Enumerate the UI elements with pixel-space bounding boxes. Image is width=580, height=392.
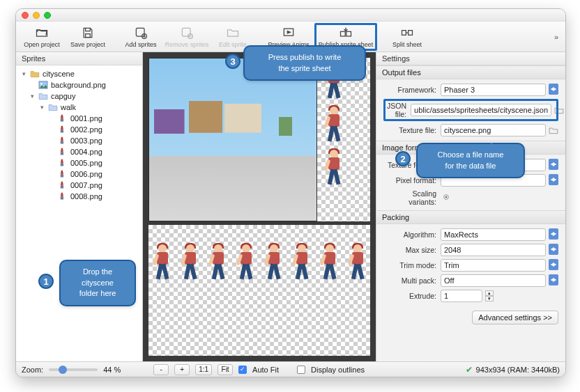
publish-icon xyxy=(339,26,353,40)
svg-rect-23 xyxy=(61,148,63,150)
split-sheet-button[interactable]: Split sheet xyxy=(384,23,430,51)
svg-rect-14 xyxy=(62,119,63,122)
sprites-panel-title: Sprites xyxy=(16,52,142,65)
save-icon xyxy=(81,26,95,40)
edit-sprite-icon xyxy=(226,26,240,40)
close-window-button[interactable] xyxy=(22,12,29,19)
callout-3: Press publish to write the sprite sheet xyxy=(243,45,366,81)
tree-frame[interactable]: 0007.png xyxy=(70,181,102,189)
svg-rect-32 xyxy=(61,172,63,175)
svg-rect-40 xyxy=(61,194,63,197)
multi-pack-select[interactable]: Off xyxy=(441,274,546,287)
svg-rect-12 xyxy=(61,116,63,119)
svg-rect-35 xyxy=(61,182,63,183)
save-project-button[interactable]: Save project xyxy=(65,23,111,51)
svg-rect-25 xyxy=(61,152,62,155)
browse-folder-icon[interactable] xyxy=(554,106,564,114)
display-outlines-label: Display outlines xyxy=(311,366,365,374)
extrude-field[interactable]: 1 xyxy=(441,290,482,302)
max-size-select[interactable]: 2048 xyxy=(441,244,546,256)
minimize-window-button[interactable] xyxy=(33,12,40,19)
zoom-in-button[interactable]: + xyxy=(174,364,190,375)
svg-rect-42 xyxy=(62,197,63,200)
chevron-updown-icon[interactable] xyxy=(549,174,558,185)
svg-rect-30 xyxy=(62,164,63,166)
tree-frame[interactable]: 0008.png xyxy=(70,192,102,201)
tree-folder-cityscene[interactable]: cityscene xyxy=(43,70,75,78)
tree-file-background[interactable]: background.png xyxy=(51,81,106,89)
preview-canvas[interactable] xyxy=(143,52,376,361)
chevron-updown-icon[interactable] xyxy=(549,228,558,240)
svg-rect-27 xyxy=(61,159,63,161)
svg-rect-26 xyxy=(62,152,63,155)
tree-frame[interactable]: 0001.png xyxy=(70,114,102,123)
svg-rect-20 xyxy=(61,139,63,141)
svg-point-10 xyxy=(40,83,43,85)
status-ok-icon: ✔ xyxy=(466,365,473,375)
algorithm-select[interactable]: MaxRects xyxy=(441,228,546,241)
sprite-frame-icon xyxy=(58,159,68,167)
svg-rect-11 xyxy=(61,115,63,116)
open-project-button[interactable]: Open project xyxy=(19,23,65,51)
zoom-label: Zoom: xyxy=(22,366,43,374)
svg-rect-19 xyxy=(61,137,63,139)
svg-rect-41 xyxy=(61,197,62,200)
tree-frame[interactable]: 0002.png xyxy=(70,125,102,134)
svg-rect-7 xyxy=(402,30,406,35)
sprite-tree[interactable]: ▾ cityscene background.png ▾ capguy ▾ wa… xyxy=(16,65,142,361)
extrude-stepper[interactable]: ▴▾ xyxy=(485,290,494,301)
svg-rect-8 xyxy=(409,30,413,35)
auto-fit-label: Auto Fit xyxy=(252,366,279,374)
callout-1: Drop the cityscene folder here xyxy=(59,260,136,306)
sprite-frame-icon xyxy=(58,114,68,123)
tree-frame[interactable]: 0003.png xyxy=(70,136,102,145)
zoom-slider[interactable] xyxy=(49,368,98,371)
svg-rect-16 xyxy=(61,127,63,130)
chevron-updown-icon[interactable] xyxy=(549,159,558,170)
svg-rect-18 xyxy=(62,130,63,133)
sprite-frame-icon xyxy=(58,125,68,134)
display-outlines-checkbox[interactable] xyxy=(297,366,305,374)
add-sprites-button[interactable]: Add sprites xyxy=(118,23,164,51)
chevron-updown-icon[interactable] xyxy=(549,259,558,270)
trim-mode-select[interactable]: Trim xyxy=(441,259,546,272)
svg-rect-15 xyxy=(61,126,63,127)
zoom-out-button[interactable]: - xyxy=(153,364,169,375)
zoom-1to1-button[interactable]: 1:1 xyxy=(195,364,212,375)
folder-icon xyxy=(30,70,40,78)
framework-select[interactable]: Phaser 3 xyxy=(441,84,546,96)
json-file-field[interactable]: ublic/assets/spritesheets/cityscene.json xyxy=(411,104,551,116)
callout-badge-1: 1 xyxy=(38,274,54,289)
texture-file-field[interactable]: cityscene.png xyxy=(441,124,546,136)
remove-sprites-button[interactable]: Remove sprites xyxy=(164,23,210,51)
advanced-settings-button[interactable]: Advanced settings >> xyxy=(472,311,558,324)
toolbar-overflow-button[interactable]: » xyxy=(550,33,563,41)
framework-label: Framework: xyxy=(383,86,436,94)
sprites-panel: Sprites ▾ cityscene background.png ▾ cap… xyxy=(16,52,143,361)
max-size-label: Max size: xyxy=(383,246,436,254)
folder-icon xyxy=(38,92,48,100)
titlebar xyxy=(16,9,565,22)
svg-rect-22 xyxy=(62,141,63,144)
chevron-updown-icon[interactable] xyxy=(549,274,558,285)
algorithm-label: Algorithm: xyxy=(383,230,436,239)
split-sheet-icon xyxy=(400,26,414,40)
chevron-updown-icon[interactable] xyxy=(549,84,558,95)
svg-rect-36 xyxy=(61,183,63,186)
svg-rect-0 xyxy=(136,28,144,36)
auto-fit-checkbox[interactable] xyxy=(238,366,247,374)
zoom-fit-button[interactable]: Fit xyxy=(218,364,233,375)
svg-rect-6 xyxy=(346,31,351,36)
tree-frame[interactable]: 0005.png xyxy=(70,159,102,167)
tree-frame[interactable]: 0004.png xyxy=(70,148,102,156)
add-sprite-icon xyxy=(134,26,148,40)
maximize-window-button[interactable] xyxy=(44,12,51,19)
callout-badge-2: 2 xyxy=(395,151,411,166)
tree-folder-capguy[interactable]: capguy xyxy=(51,92,75,100)
chevron-updown-icon[interactable] xyxy=(549,244,558,255)
tree-folder-walk[interactable]: walk xyxy=(61,103,76,111)
gear-icon[interactable] xyxy=(441,192,452,202)
browse-folder-icon[interactable] xyxy=(549,126,558,134)
zoom-value: 44 % xyxy=(103,366,128,374)
tree-frame[interactable]: 0006.png xyxy=(70,170,102,178)
